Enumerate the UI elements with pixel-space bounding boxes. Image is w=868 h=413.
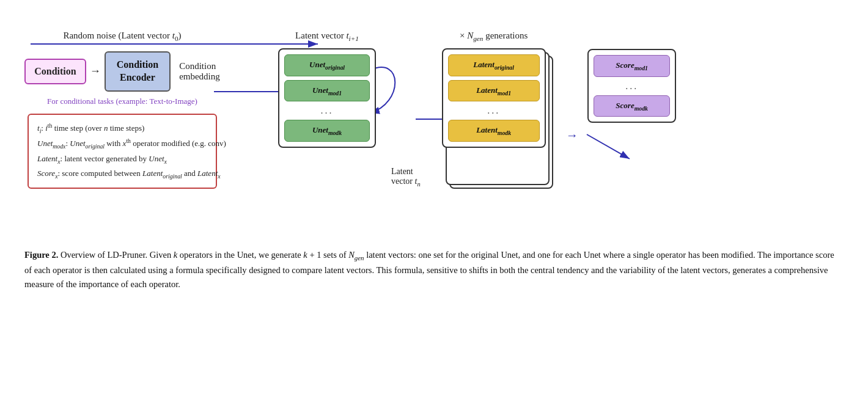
latent-card-mod1: Latentmod1 bbox=[448, 80, 540, 102]
diagram-area: Random noise (Latent vector t0) Conditio… bbox=[24, 18, 844, 238]
legend-line3: Latentx: latent vector generated by Unet… bbox=[37, 152, 207, 167]
legend-box: ti: ith time step (over n time steps) Un… bbox=[28, 114, 217, 189]
condition-label: Condition bbox=[34, 66, 76, 76]
unet-stack: Unetoriginal Unetmod1 ... Unetmodk bbox=[278, 48, 376, 148]
condition-box: Condition bbox=[24, 59, 86, 84]
legend-line2: Unetmodx: Unetoriginal with xth operator… bbox=[37, 136, 207, 152]
encoder-box: ConditionEncoder bbox=[105, 51, 171, 92]
ngen-label: × Ngen generations bbox=[460, 31, 528, 42]
section-latent: × Ngen generations Latentoriginal Latent… bbox=[427, 18, 561, 148]
score-card-modk: Scoremodk bbox=[594, 95, 670, 117]
unet-card-mod1: Unetmod1 bbox=[284, 80, 370, 102]
condition-embedding-area: Conditionembedding bbox=[174, 61, 220, 82]
conditional-note: For conditional tasks (example: Text-to-… bbox=[47, 97, 197, 106]
latent-card-original: Latentoriginal bbox=[448, 54, 540, 76]
condition-row: Condition → ConditionEncoder Conditionem… bbox=[24, 51, 220, 92]
score-card-mod1: Scoremod1 bbox=[594, 55, 670, 77]
latent-to-score-arrow: → bbox=[566, 18, 578, 142]
random-noise-label: Random noise (Latent vector t0) bbox=[63, 31, 181, 42]
latent-stack: Latentoriginal Latentmod1 ... Latentmodk bbox=[442, 48, 546, 148]
latent-card-modk: Latentmodk bbox=[448, 120, 540, 142]
latent-dots: ... bbox=[448, 105, 540, 116]
section-condition: Random noise (Latent vector t0) Conditio… bbox=[24, 18, 220, 189]
unet-card-modk: Unetmodk bbox=[284, 120, 370, 142]
latent-stack-wrapper: Latentoriginal Latentmod1 ... Latentmodk bbox=[442, 48, 546, 148]
condition-to-encoder-arrow: → bbox=[86, 65, 105, 78]
score-stack: Scoremod1 ... Scoremodk bbox=[587, 49, 676, 123]
unet-card-original: Unetoriginal bbox=[284, 54, 370, 76]
figure-caption: Figure 2. Overview of LD-Pruner. Given k… bbox=[24, 248, 844, 292]
encoder-label: ConditionEncoder bbox=[117, 59, 158, 82]
legend-line1: ti: ith time step (over n time steps) bbox=[37, 121, 207, 136]
svg-line-6 bbox=[587, 134, 630, 159]
section-unet: Latent vector ti+1 Unetoriginal Unetmod1… bbox=[269, 18, 385, 148]
legend-line4: Scorex: score computed between Latentori… bbox=[37, 167, 207, 181]
fig-num: Figure 2. bbox=[24, 250, 58, 260]
caption-text: Overview of LD-Pruner. Given k operators… bbox=[24, 250, 834, 289]
unet-dots: ... bbox=[284, 105, 370, 116]
latent-vector-label: Latent vector ti+1 bbox=[295, 31, 359, 42]
latent-tn-label: Latentvector tn bbox=[391, 69, 421, 188]
section-score: Scoremod1 ... Scoremodk bbox=[583, 18, 681, 123]
main-container: Random noise (Latent vector t0) Conditio… bbox=[0, 0, 868, 413]
condition-embedding-label: Conditionembedding bbox=[179, 61, 220, 82]
score-dots: ... bbox=[594, 81, 670, 92]
